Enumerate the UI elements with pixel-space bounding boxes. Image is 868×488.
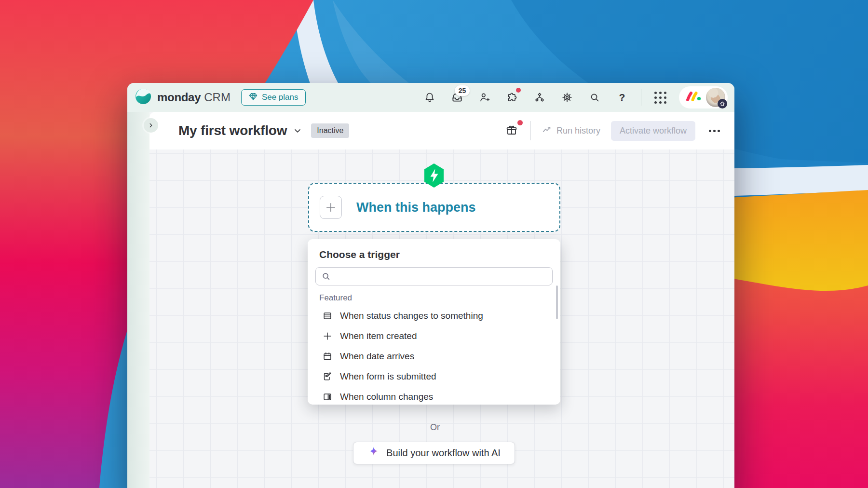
topbar-left: monday CRM See plans	[135, 88, 306, 107]
brand-wordmark: monday CRM	[157, 91, 231, 104]
workflow-toolbar: My first workflow Inactive	[149, 112, 734, 149]
expand-panel-button[interactable]	[144, 118, 158, 133]
run-history-icon	[542, 124, 552, 137]
see-plans-label: See plans	[262, 93, 298, 102]
help-icon: ?	[619, 92, 625, 103]
inbox-count-badge: 25	[455, 85, 470, 96]
trigger-node-label: When this happens	[356, 200, 476, 215]
gear-icon	[561, 92, 573, 103]
home-badge-icon	[718, 99, 727, 108]
trigger-lightning-badge	[423, 163, 445, 188]
monday-logo-icon	[685, 90, 701, 105]
trigger-option-item-created[interactable]: When item created	[315, 326, 553, 346]
see-plans-button[interactable]: See plans	[241, 89, 306, 106]
invite-members-button[interactable]	[474, 87, 495, 108]
search-icon	[589, 92, 600, 103]
run-history-label: Run history	[556, 126, 600, 136]
user-avatar[interactable]	[706, 88, 725, 107]
workflow-title[interactable]: My first workflow	[178, 123, 287, 138]
brand-crm: CRM	[204, 91, 231, 104]
whats-new-gift-button[interactable]	[503, 122, 520, 140]
column-icon	[322, 392, 333, 402]
account-pill	[679, 86, 728, 108]
app-launcher-button[interactable]	[650, 87, 671, 108]
hierarchy-icon	[534, 92, 545, 103]
collapsed-left-panel	[127, 112, 149, 488]
monday-crm-logo	[135, 88, 151, 107]
panel-title: Choose a trigger	[319, 249, 553, 260]
chevron-down-icon[interactable]	[293, 126, 302, 136]
desktop: monday CRM See plans	[0, 0, 868, 488]
trigger-node[interactable]: When this happens	[308, 183, 560, 232]
trigger-list: When status changes to something When it…	[315, 306, 553, 405]
marketplace-notification-dot	[516, 88, 521, 93]
gift-notification-dot	[517, 120, 523, 125]
window-body: My first workflow Inactive	[127, 112, 734, 488]
product-switcher-button[interactable]	[529, 87, 550, 108]
trigger-search-input[interactable]	[315, 267, 553, 285]
search-button[interactable]	[584, 87, 605, 108]
trigger-option-form-submitted[interactable]: When form is submitted	[315, 366, 553, 387]
status-badge: Inactive	[311, 123, 349, 138]
inbox-button[interactable]: 25	[447, 87, 468, 108]
grid-icon	[654, 92, 666, 104]
trigger-option-column-changes[interactable]: When column changes	[315, 387, 553, 405]
search-icon	[321, 271, 331, 284]
topbar-right: 25	[419, 86, 728, 108]
workflow-canvas[interactable]: When this happens Choose a trigger	[149, 149, 734, 488]
puzzle-icon	[506, 92, 518, 103]
toolbar-divider	[530, 121, 531, 140]
plus-icon	[322, 331, 333, 341]
notifications-bell-button[interactable]	[419, 87, 440, 108]
featured-section-label: Featured	[319, 293, 553, 303]
choose-trigger-panel: Choose a trigger Featured	[308, 239, 560, 405]
apps-marketplace-button[interactable]	[502, 87, 523, 108]
topbar-divider	[641, 89, 641, 106]
ai-sparkle-icon	[367, 446, 380, 461]
table-icon	[322, 311, 333, 321]
calendar-icon	[322, 351, 333, 362]
brand-monday: monday	[157, 91, 201, 104]
bell-icon	[424, 92, 435, 103]
ai-button-label: Build your workflow with AI	[386, 447, 501, 459]
run-history-button[interactable]: Run history	[542, 124, 600, 137]
person-add-icon	[479, 92, 490, 103]
app-topbar: monday CRM See plans	[127, 83, 734, 112]
diamond-icon	[248, 92, 258, 104]
build-with-ai-button[interactable]: Build your workflow with AI	[353, 442, 515, 464]
help-button[interactable]: ?	[611, 87, 633, 108]
or-separator-label: Or	[149, 422, 720, 433]
form-icon	[322, 371, 333, 382]
more-options-button[interactable]	[706, 127, 723, 135]
settings-button[interactable]	[556, 87, 578, 108]
workflow-main: My first workflow Inactive	[149, 112, 734, 488]
monday-crm-window: monday CRM See plans	[127, 83, 734, 488]
panel-scrollbar[interactable]	[556, 285, 558, 319]
gift-icon	[505, 124, 518, 138]
trigger-option-date-arrives[interactable]: When date arrives	[315, 346, 553, 366]
trigger-option-status-changes[interactable]: When status changes to something	[315, 306, 553, 326]
activate-workflow-button[interactable]: Activate workflow	[611, 121, 695, 141]
add-trigger-plus-button[interactable]	[320, 196, 342, 219]
workflow-toolbar-right: Run history Activate workflow	[503, 121, 723, 141]
